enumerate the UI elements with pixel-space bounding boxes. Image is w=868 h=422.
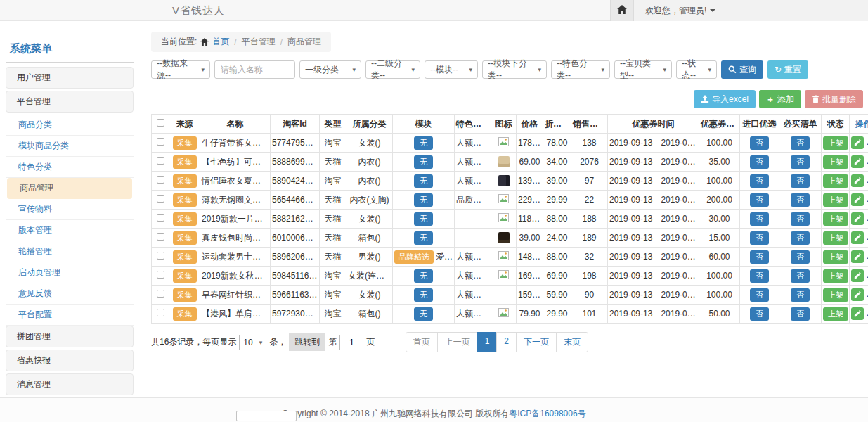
import-pick-toggle[interactable]: 否 (750, 288, 769, 302)
edit-button[interactable] (851, 136, 864, 149)
edit-button[interactable] (851, 155, 864, 168)
import-pick-toggle[interactable]: 否 (750, 307, 769, 321)
feature-category-filter-select[interactable]: --特色分类--▾ (551, 60, 610, 79)
sidebar-item[interactable]: 轮播管理 (6, 241, 134, 262)
row-checkbox[interactable] (157, 252, 164, 260)
must-buy-toggle[interactable]: 否 (791, 288, 810, 302)
sidebar-item[interactable]: 特色分类 (6, 157, 134, 178)
breadcrumb-home-link[interactable]: 首页 (212, 36, 229, 48)
edit-button[interactable] (851, 212, 864, 225)
edit-button[interactable] (851, 193, 864, 206)
sidebar-section[interactable]: 消息管理 (6, 373, 134, 395)
must-buy-toggle[interactable]: 否 (791, 136, 810, 150)
sidebar-section[interactable]: 省惠快报 (6, 350, 134, 371)
status-toggle[interactable]: 上架 (823, 307, 848, 321)
import-pick-toggle[interactable]: 否 (750, 155, 769, 169)
status-toggle[interactable]: 上架 (823, 136, 848, 150)
import-pick-toggle[interactable]: 否 (750, 212, 769, 226)
reset-button[interactable]: ↻ 重置 (767, 60, 808, 79)
sidebar-item[interactable]: 平台配置 (6, 305, 134, 326)
must-buy-toggle[interactable]: 否 (791, 174, 810, 188)
must-buy-toggle[interactable]: 否 (791, 250, 810, 264)
edit-button[interactable] (851, 307, 864, 320)
import-pick-toggle[interactable]: 否 (750, 193, 769, 207)
sidebar-item[interactable]: 商品管理 (7, 178, 132, 199)
icp-link[interactable]: 粤ICP备16098006号 (509, 409, 585, 418)
query-button-label: 查询 (739, 64, 756, 76)
cell-source: 采集 (169, 267, 200, 286)
cell-icon (491, 210, 517, 229)
page-button-末页[interactable]: 末页 (556, 332, 588, 352)
row-checkbox[interactable] (157, 309, 164, 316)
must-buy-toggle[interactable]: 否 (791, 231, 810, 245)
sidebar-item[interactable]: 版本管理 (6, 220, 134, 241)
sidebar-item[interactable]: 启动页管理 (6, 262, 134, 283)
home-button[interactable] (610, 0, 634, 21)
page-button-1[interactable]: 1 (477, 332, 498, 352)
module-sub-filter-select[interactable]: --模块下分类--▾ (482, 60, 547, 79)
must-buy-toggle[interactable]: 否 (791, 269, 810, 283)
sidebar-section[interactable]: 拼团管理 (6, 326, 134, 347)
row-checkbox[interactable] (157, 195, 164, 203)
edit-button[interactable] (851, 288, 864, 301)
sidebar-item[interactable]: 意见反馈 (6, 283, 134, 305)
data-source-filter-select[interactable]: --数据来源--▾ (151, 60, 210, 79)
page-button-下一页[interactable]: 下一页 (516, 332, 557, 352)
row-checkbox[interactable] (157, 233, 164, 241)
cell-category: 箱包() (346, 229, 393, 248)
user-menu[interactable]: 欢迎您，管理员! (634, 0, 727, 21)
name-filter-input[interactable] (214, 60, 295, 79)
row-checkbox[interactable] (157, 290, 164, 298)
cell-status: 上架 (822, 229, 850, 248)
import-pick-toggle[interactable]: 否 (750, 174, 769, 188)
status-toggle[interactable]: 上架 (823, 212, 848, 226)
cell-import-pick: 否 (740, 134, 779, 153)
row-checkbox[interactable] (157, 157, 164, 165)
page-button-上一页[interactable]: 上一页 (437, 332, 478, 352)
query-button[interactable]: 查询 (721, 60, 763, 79)
select-all-checkbox[interactable] (157, 119, 164, 127)
row-checkbox[interactable] (157, 214, 164, 222)
status-toggle[interactable]: 上架 (823, 231, 848, 245)
must-buy-toggle[interactable]: 否 (791, 212, 810, 226)
page-button-2[interactable]: 2 (496, 332, 517, 352)
status-toggle[interactable]: 上架 (823, 155, 848, 169)
page-number-input[interactable] (339, 335, 363, 350)
edit-button[interactable] (851, 231, 864, 244)
row-checkbox[interactable] (157, 138, 164, 146)
must-buy-toggle[interactable]: 否 (791, 193, 810, 207)
status-toggle[interactable]: 上架 (823, 174, 848, 188)
status-toggle[interactable]: 上架 (823, 288, 848, 302)
sidebar-item[interactable]: 模块商品分类 (6, 136, 134, 157)
import-pick-toggle[interactable]: 否 (750, 250, 769, 264)
import-pick-toggle[interactable]: 否 (750, 269, 769, 283)
edit-button[interactable] (851, 174, 864, 187)
item-type-filter-select[interactable]: --宝贝类型--▾ (614, 60, 672, 79)
row-checkbox[interactable] (157, 176, 164, 184)
module-filter-select[interactable]: --模块--▾ (425, 60, 478, 79)
import-pick-toggle[interactable]: 否 (750, 136, 769, 150)
sidebar-section[interactable]: 平台管理 (6, 91, 134, 113)
status-toggle[interactable]: 上架 (823, 269, 848, 283)
edit-button[interactable] (851, 250, 864, 263)
sidebar-section[interactable]: 用户管理 (6, 67, 134, 89)
category-level1-filter-select[interactable]: 一级分类▾ (299, 60, 361, 79)
status-toggle[interactable]: 上架 (823, 250, 848, 264)
edit-button[interactable] (851, 269, 864, 282)
status-filter-select[interactable]: --状态--▾ (676, 60, 717, 79)
page-button-首页[interactable]: 首页 (406, 332, 438, 352)
category-level2-filter-select[interactable]: --二级分类--▾ (365, 60, 420, 79)
per-page-select[interactable]: 10 ▾ (239, 335, 266, 350)
batch-delete-button[interactable]: 批量删除 (805, 90, 863, 108)
sidebar-item[interactable]: 宣传物料 (6, 199, 134, 220)
select-value: --状态-- (682, 58, 704, 82)
status-toggle[interactable]: 上架 (823, 193, 848, 207)
jump-button[interactable]: 跳转到 (289, 333, 325, 351)
sidebar-item[interactable]: 商品分类 (6, 115, 134, 136)
must-buy-toggle[interactable]: 否 (791, 307, 810, 321)
must-buy-toggle[interactable]: 否 (791, 155, 810, 169)
row-checkbox[interactable] (157, 271, 164, 279)
import-pick-toggle[interactable]: 否 (750, 231, 769, 245)
import-excel-button[interactable]: 导入excel (694, 90, 756, 108)
add-button[interactable]: ＋ 添加 (759, 90, 801, 108)
